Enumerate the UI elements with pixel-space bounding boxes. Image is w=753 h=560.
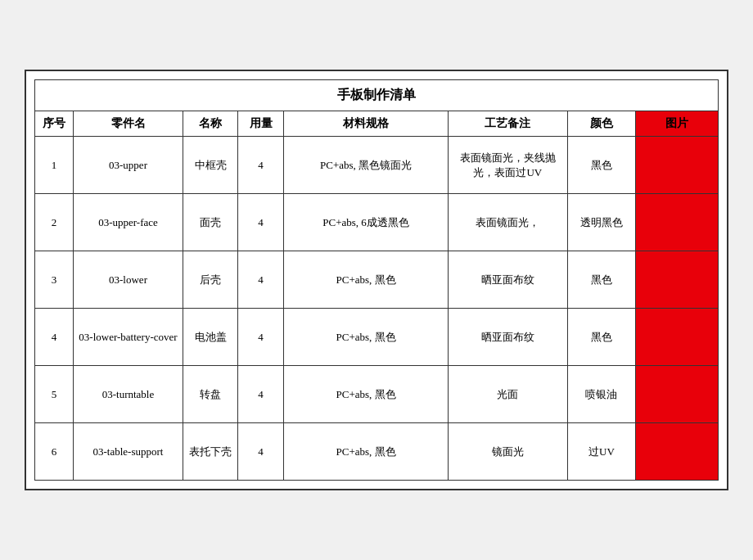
table-cell: 表托下壳	[183, 423, 238, 481]
table-cell: PC+abs, 黑色	[284, 366, 449, 423]
table-row: 303-lower后壳4PC+abs, 黑色晒亚面布纹黑色	[35, 251, 719, 309]
header-row: 序号 零件名 名称 用量 材料规格 工艺备注 颜色 图片	[35, 111, 719, 137]
table-row: 203-upper-face面壳4PC+abs, 6成透黑色表面镜面光，透明黑色	[35, 194, 719, 251]
table-cell: PC+abs, 黑色	[284, 309, 449, 366]
table-cell: 转盘	[183, 366, 238, 423]
header-color: 颜色	[567, 111, 636, 137]
table-cell: 4	[238, 194, 284, 251]
table-cell: 6	[35, 423, 74, 481]
header-part-name: 名称	[183, 111, 238, 137]
header-image: 图片	[636, 111, 719, 137]
table-cell: 黑色	[567, 137, 636, 194]
table-cell: 2	[35, 194, 74, 251]
table-cell: 过UV	[567, 423, 636, 481]
table-cell: 4	[238, 251, 284, 309]
table-cell: 面壳	[183, 194, 238, 251]
header-part-code: 零件名	[73, 111, 183, 137]
table-row: 403-lower-battery-cover电池盖4PC+abs, 黑色晒亚面…	[35, 309, 719, 366]
table-cell: 4	[238, 137, 284, 194]
table-cell: 表面镜面光，夹线抛光，表面过UV	[449, 137, 567, 194]
header-qty: 用量	[238, 111, 284, 137]
table-cell: 4	[238, 366, 284, 423]
table-cell: 4	[238, 423, 284, 481]
table-cell: 表面镜面光，	[449, 194, 567, 251]
table-cell: 03-upper	[73, 137, 183, 194]
header-craft: 工艺备注	[449, 111, 567, 137]
table-cell: PC+abs, 黑色镜面光	[284, 137, 449, 194]
table-cell: 镜面光	[449, 423, 567, 481]
table-cell: PC+abs, 6成透黑色	[284, 194, 449, 251]
table-row: 503-turntable转盘4PC+abs, 黑色光面喷银油	[35, 366, 719, 423]
table-cell: 晒亚面布纹	[449, 309, 567, 366]
image-cell	[636, 251, 719, 309]
table-cell: 03-upper-face	[73, 194, 183, 251]
parts-table: 序号 零件名 名称 用量 材料规格 工艺备注 颜色 图片 103-upper中框…	[34, 111, 719, 481]
table-cell: 03-lower	[73, 251, 183, 309]
table-cell: 电池盖	[183, 309, 238, 366]
table-cell: PC+abs, 黑色	[284, 251, 449, 309]
table-cell: 晒亚面布纹	[449, 251, 567, 309]
table-cell: 透明黑色	[567, 194, 636, 251]
table-cell: 黑色	[567, 251, 636, 309]
image-cell	[636, 137, 719, 194]
table-cell: 03-table-support	[73, 423, 183, 481]
image-cell	[636, 366, 719, 423]
image-cell	[636, 194, 719, 251]
header-seq: 序号	[35, 111, 74, 137]
table-cell: 3	[35, 251, 74, 309]
table-row: 603-table-support表托下壳4PC+abs, 黑色镜面光过UV	[35, 423, 719, 481]
image-cell	[636, 423, 719, 481]
image-cell	[636, 309, 719, 366]
table-cell: 03-lower-battery-cover	[73, 309, 183, 366]
table-cell: 03-turntable	[73, 366, 183, 423]
table-cell: 后壳	[183, 251, 238, 309]
table-cell: 5	[35, 366, 74, 423]
table-cell: PC+abs, 黑色	[284, 423, 449, 481]
main-container: 手板制作清单 序号 零件名 名称 用量 材料规格 工艺备注 颜色 图片 103-…	[25, 70, 728, 490]
table-title: 手板制作清单	[34, 79, 719, 111]
table-cell: 4	[35, 309, 74, 366]
header-spec: 材料规格	[284, 111, 449, 137]
table-cell: 黑色	[567, 309, 636, 366]
table-cell: 1	[35, 137, 74, 194]
table-cell: 4	[238, 309, 284, 366]
table-cell: 中框壳	[183, 137, 238, 194]
table-row: 103-upper中框壳4PC+abs, 黑色镜面光表面镜面光，夹线抛光，表面过…	[35, 137, 719, 194]
table-cell: 光面	[449, 366, 567, 423]
table-cell: 喷银油	[567, 366, 636, 423]
